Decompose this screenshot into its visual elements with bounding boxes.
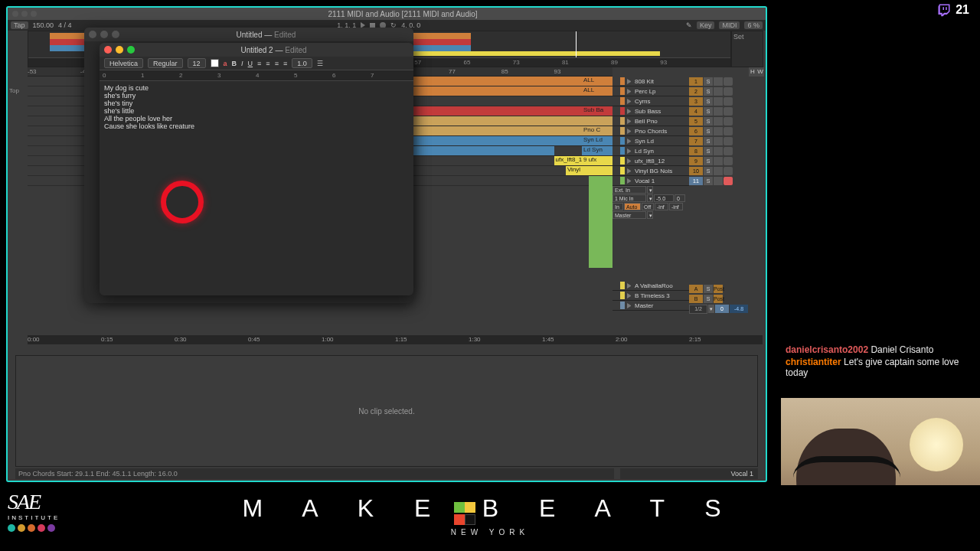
clip[interactable]	[589, 176, 612, 268]
arm-button[interactable]	[724, 77, 733, 86]
track-number[interactable]: 4	[689, 107, 703, 116]
mute-button[interactable]	[714, 127, 723, 135]
solo-button[interactable]: S	[704, 157, 713, 165]
text-color-a-icon[interactable]: a	[224, 60, 227, 67]
window-titlebar[interactable]: 2111 MIDI and Audio [2111 MIDI and Audio…	[8, 8, 766, 20]
track-number[interactable]: 3	[689, 97, 703, 106]
font-weight-select[interactable]: Regular	[148, 58, 183, 68]
solo-button[interactable]: S	[704, 137, 713, 145]
arm-button[interactable]	[724, 87, 733, 96]
arm-button[interactable]	[724, 147, 733, 155]
maximize-icon[interactable]	[112, 31, 119, 38]
maximize-icon[interactable]	[127, 46, 135, 54]
track-header[interactable]: Pno Chords	[612, 126, 689, 136]
bold-button[interactable]: B	[232, 60, 237, 67]
text-line[interactable]: All the people love her	[104, 115, 409, 122]
align-center-icon[interactable]: ≡	[266, 60, 270, 67]
group-label[interactable]: Top	[8, 87, 28, 96]
text-line[interactable]: My dog is cute	[104, 84, 409, 92]
return-letter[interactable]: A	[689, 285, 703, 293]
master-level[interactable]: 0	[715, 305, 729, 313]
italic-button[interactable]: I	[241, 60, 243, 67]
show-take-lanes-toggle[interactable]: H	[749, 67, 756, 77]
font-family-select[interactable]: Helvetica	[104, 58, 143, 68]
time-ruler[interactable]: 0:000:150:300:451:001:151:301:452:002:15	[28, 335, 763, 344]
text-body[interactable]: My dog is cuteshe's furryshe's tinyshe's…	[100, 81, 413, 133]
return-track-header[interactable]: Master	[612, 301, 689, 311]
track-header[interactable]: Perc Lp	[612, 86, 689, 96]
track-header[interactable]: Cyms	[612, 96, 689, 106]
track-number[interactable]: 2	[689, 87, 703, 96]
underline-button[interactable]: U	[248, 60, 253, 67]
return-track-header[interactable]: B Timeless 3	[612, 291, 689, 301]
solo-button[interactable]: S	[704, 177, 713, 185]
text-line[interactable]: she's furry	[104, 92, 409, 99]
close-icon[interactable]	[89, 31, 96, 38]
maximize-icon[interactable]	[31, 11, 37, 17]
monitor-auto[interactable]: Auto	[624, 203, 641, 210]
arm-button[interactable]	[724, 117, 733, 126]
text-line[interactable]: she's tiny	[104, 99, 409, 107]
mute-button[interactable]	[714, 87, 723, 96]
track-number[interactable]: 6	[689, 127, 703, 135]
monitor-in[interactable]: In	[612, 203, 623, 210]
track-header[interactable]: Sub Bass	[612, 106, 689, 116]
track-number[interactable]: 1	[689, 77, 703, 86]
text-line[interactable]: Cause she looks like creature	[104, 122, 409, 130]
mute-button[interactable]	[714, 137, 723, 145]
arm-button[interactable]	[724, 137, 733, 145]
key-button[interactable]: Key	[697, 21, 715, 29]
tap-button[interactable]: Tap	[11, 21, 28, 29]
close-icon[interactable]	[12, 11, 18, 17]
mute-button[interactable]	[714, 177, 723, 185]
arm-button[interactable]	[724, 127, 733, 135]
solo-button[interactable]: S	[704, 295, 713, 303]
input-channel-select[interactable]: 1 Mic In	[612, 194, 646, 202]
list-icon[interactable]: ☰	[317, 60, 323, 67]
track-play-icon[interactable]	[627, 129, 632, 134]
track-play-icon[interactable]	[627, 168, 632, 174]
arm-button[interactable]	[724, 177, 733, 185]
track-play-icon[interactable]	[627, 148, 632, 154]
arm-button[interactable]	[724, 97, 733, 106]
text-line[interactable]: she's little	[104, 107, 409, 115]
return-letter[interactable]: B	[689, 295, 703, 303]
solo-button[interactable]: S	[704, 77, 713, 86]
tempo-field[interactable]: 150.00	[33, 21, 54, 29]
minimize-icon[interactable]	[21, 11, 28, 17]
return-track-header[interactable]: A ValhallaRoo	[612, 281, 689, 291]
arm-button[interactable]	[724, 157, 733, 165]
track-header[interactable]: ufx_lft8_12	[612, 156, 689, 166]
solo-button[interactable]: S	[704, 97, 713, 106]
track-header[interactable]: Ld Syn	[612, 146, 689, 156]
track-number[interactable]: 9	[689, 157, 703, 165]
track-number[interactable]: 8	[689, 147, 703, 155]
text-ruler[interactable]: 01234567	[100, 70, 413, 81]
track-number[interactable]: 7	[689, 137, 703, 145]
mute-button[interactable]	[714, 97, 723, 106]
close-icon[interactable]	[104, 46, 112, 54]
monitor-off[interactable]: Off	[642, 203, 654, 210]
solo-button[interactable]: S	[704, 127, 713, 135]
solo-button[interactable]: S	[704, 107, 713, 116]
mute-button[interactable]	[714, 147, 723, 155]
minimize-icon[interactable]	[100, 31, 108, 38]
track-number[interactable]: 10	[689, 167, 703, 175]
track-play-icon[interactable]	[627, 89, 632, 94]
output-select[interactable]: Master	[612, 211, 646, 219]
track-play-icon[interactable]	[627, 293, 632, 298]
track-header[interactable]: Bell Pno	[612, 116, 689, 126]
align-right-icon[interactable]: ≡	[275, 60, 279, 67]
align-left-icon[interactable]: ≡	[257, 60, 261, 67]
post-button[interactable]: Post	[714, 295, 723, 303]
track-play-icon[interactable]	[627, 109, 632, 114]
track-play-icon[interactable]	[627, 139, 632, 144]
solo-button[interactable]: S	[704, 117, 713, 126]
track-play-icon[interactable]	[627, 99, 632, 104]
time-sig-field[interactable]: 4 / 4	[58, 21, 72, 29]
textedit-window-front[interactable]: Untitled 2 — Edited Helvetica Regular 12…	[100, 43, 413, 295]
track-play-icon[interactable]	[627, 119, 632, 124]
line-spacing-select[interactable]: 1.0	[292, 58, 312, 68]
text-color-swatch[interactable]	[211, 59, 219, 67]
solo-button[interactable]: S	[704, 167, 713, 175]
